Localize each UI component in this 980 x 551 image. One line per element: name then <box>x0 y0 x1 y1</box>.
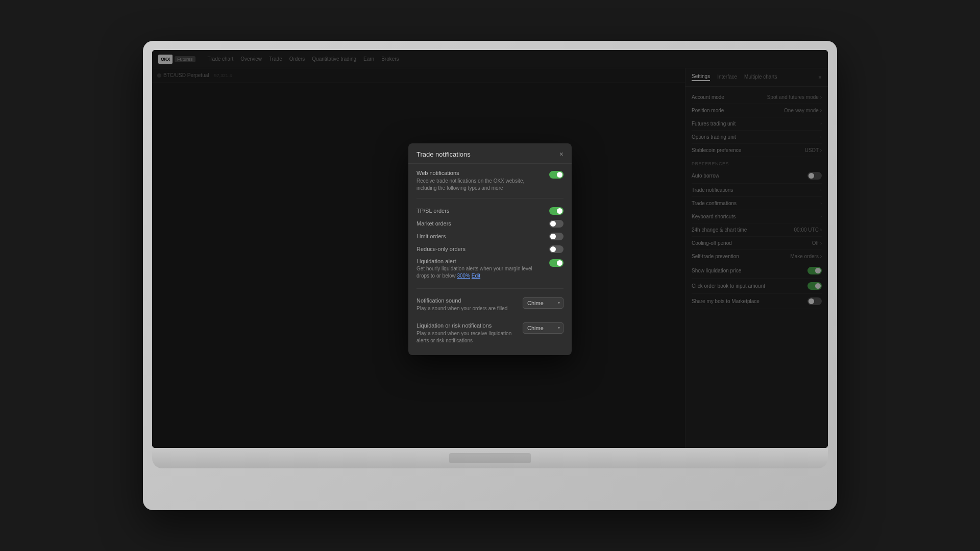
liquidation-percentage[interactable]: 300% <box>457 273 471 279</box>
modal-body: Web notifications Receive trade notifica… <box>408 164 572 355</box>
liquidation-risk-value: Chime <box>527 325 544 331</box>
liquidation-risk-sub-label: Play a sound when you receive liquidatio… <box>416 330 523 344</box>
liquidation-risk-label-group: Liquidation or risk notifications Play a… <box>416 322 523 344</box>
tp-sl-orders-label: TP/SL orders <box>416 208 449 214</box>
market-orders-toggle[interactable] <box>549 220 564 228</box>
limit-orders-label: Limit orders <box>416 233 446 239</box>
reduce-only-orders-row: Reduce-only orders <box>416 243 564 256</box>
notification-sound-select[interactable]: Chime ▾ <box>523 297 564 309</box>
notification-sound-row: Notification sound Play a sound when you… <box>416 295 564 315</box>
liquidation-risk-arrow: ▾ <box>558 325 560 330</box>
modal-header: Trade notifications × <box>408 143 572 164</box>
notification-sound-label: Notification sound <box>416 297 523 304</box>
web-notifications-sub-label: Receive trade notifications on the OKX w… <box>416 178 544 192</box>
notification-sound-sub-label: Play a sound when your orders are filled <box>416 305 523 312</box>
limit-orders-row: Limit orders <box>416 230 564 243</box>
tp-sl-orders-row: TP/SL orders <box>416 205 564 217</box>
web-notifications-label: Web notifications <box>416 170 544 176</box>
web-notifications-toggle[interactable] <box>549 171 564 179</box>
web-notifications-label-group: Web notifications Receive trade notifica… <box>416 170 544 192</box>
trade-notifications-modal: Trade notifications × Web notifications … <box>408 143 572 355</box>
modal-close-button[interactable]: × <box>559 151 564 158</box>
liquidation-alert-label: Liquidation alert <box>416 258 544 264</box>
order-type-section: TP/SL orders Market orders Limit orders <box>416 198 564 289</box>
tp-sl-orders-toggle[interactable] <box>549 207 564 215</box>
laptop-shell: OKX Futures Trade chart Overview Trade O… <box>143 41 837 510</box>
reduce-only-orders-toggle[interactable] <box>549 245 564 253</box>
app-background: OKX Futures Trade chart Overview Trade O… <box>152 50 828 448</box>
liquidation-edit-link[interactable]: Edit <box>472 273 480 279</box>
market-orders-label: Market orders <box>416 220 451 227</box>
laptop-screen: OKX Futures Trade chart Overview Trade O… <box>152 50 828 448</box>
modal-title: Trade notifications <box>416 151 471 158</box>
liquidation-risk-label: Liquidation or risk notifications <box>416 322 523 329</box>
laptop-base <box>152 448 828 468</box>
notification-sound-value: Chime <box>527 300 544 306</box>
sound-section: Notification sound Play a sound when you… <box>416 289 564 355</box>
liquidation-alert-sub-label: Get hourly liquidation alerts when your … <box>416 265 544 280</box>
liquidation-risk-select[interactable]: Chime ▾ <box>523 322 564 334</box>
liquidation-alert-toggle[interactable] <box>549 259 564 267</box>
liquidation-risk-row: Liquidation or risk notifications Play a… <box>416 320 564 347</box>
web-notifications-section: Web notifications Receive trade notifica… <box>416 164 564 198</box>
notification-sound-label-group: Notification sound Play a sound when you… <box>416 297 523 312</box>
liquidation-alert-label-group: Liquidation alert Get hourly liquidation… <box>416 258 544 280</box>
laptop-trackpad <box>449 453 531 463</box>
modal-wrapper: Trade notifications × Web notifications … <box>152 50 828 448</box>
liquidation-alert-row: Liquidation alert Get hourly liquidation… <box>416 256 564 282</box>
notification-sound-arrow: ▾ <box>558 300 560 305</box>
reduce-only-orders-label: Reduce-only orders <box>416 246 465 252</box>
market-orders-row: Market orders <box>416 217 564 230</box>
web-notifications-row: Web notifications Receive trade notifica… <box>416 170 564 192</box>
limit-orders-toggle[interactable] <box>549 233 564 240</box>
